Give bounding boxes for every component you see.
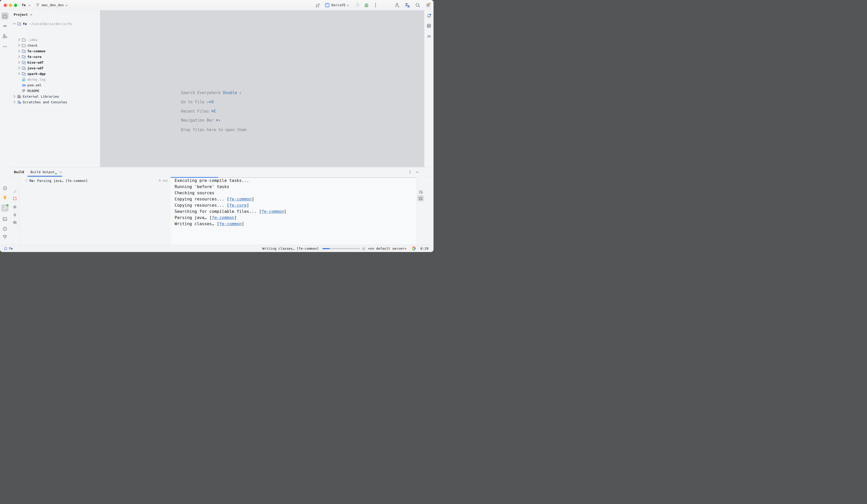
tree-row-hive-udf[interactable]: hive-udf bbox=[10, 59, 107, 65]
chevron-right-icon[interactable] bbox=[17, 60, 21, 64]
tree-row-derby-log[interactable]: LOG derby.log bbox=[10, 77, 107, 82]
search-icon[interactable] bbox=[415, 2, 420, 8]
sidebar-item-commit[interactable] bbox=[1, 22, 9, 30]
traffic-zoom-button[interactable] bbox=[14, 3, 17, 7]
project-switcher[interactable]: fe bbox=[22, 0, 26, 10]
chevron-right-icon[interactable] bbox=[17, 43, 21, 47]
tree-row-pom-xml[interactable]: m pom.xml bbox=[10, 82, 107, 88]
run-configuration-icon[interactable] bbox=[325, 2, 330, 8]
maven-icon: m bbox=[427, 34, 431, 39]
run-configuration-selector[interactable]: DorisFE bbox=[331, 0, 345, 10]
problems-icon bbox=[2, 227, 7, 231]
tree-row-idea[interactable]: .idea bbox=[10, 37, 107, 43]
hint-navigation-bar: Navigation Bar ⌘↑ bbox=[181, 118, 221, 123]
sidebar-item-build[interactable] bbox=[1, 204, 9, 211]
more-actions-icon[interactable] bbox=[373, 2, 378, 8]
project-tool-window: Project fe ~/LocalDoris/doris/fe .idea c… bbox=[10, 10, 100, 167]
branch-widget[interactable]: mac_dev_doc bbox=[42, 0, 64, 10]
sidebar-item-services[interactable] bbox=[1, 185, 9, 192]
build-task-row[interactable]: fe: Parsing java… [fe-common] 9 sec bbox=[19, 177, 171, 184]
svg-text:m: m bbox=[22, 83, 26, 87]
sidebar-item-structure[interactable] bbox=[1, 32, 9, 40]
chevron-down-icon[interactable] bbox=[12, 22, 17, 26]
rebuild-button[interactable] bbox=[12, 189, 18, 195]
debug-button[interactable] bbox=[364, 2, 369, 8]
view-options-button[interactable] bbox=[12, 219, 18, 226]
build-output-console[interactable]: Executing pre-compile tasks... Running '… bbox=[171, 177, 417, 245]
status-module-widget[interactable]: fe bbox=[9, 245, 13, 252]
module-link[interactable]: fe-core bbox=[229, 203, 247, 208]
traffic-close-button[interactable] bbox=[3, 3, 7, 7]
code-with-me-icon[interactable] bbox=[395, 2, 400, 8]
log-file-icon: LOG bbox=[22, 77, 26, 81]
settings-gear-icon[interactable] bbox=[426, 2, 431, 8]
cancel-progress-button[interactable] bbox=[362, 247, 365, 251]
module-folder-icon bbox=[22, 60, 26, 64]
sidebar-item-problems[interactable] bbox=[1, 225, 9, 232]
tree-row-java-udf[interactable]: java-udf bbox=[10, 65, 107, 71]
sidebar-item-plugin[interactable] bbox=[1, 194, 9, 201]
hint-label: Navigation Bar bbox=[181, 118, 216, 123]
hint-drop-files: Drop files here to open them bbox=[181, 127, 246, 133]
console-line: Copying resources... [fe-common] bbox=[174, 196, 287, 202]
module-link[interactable]: fe-common bbox=[261, 209, 284, 214]
tree-row-spark-dpp[interactable]: spark-dpp bbox=[10, 71, 107, 77]
chevron-right-icon[interactable] bbox=[17, 66, 21, 70]
build-panel-more-icon[interactable] bbox=[407, 169, 413, 175]
close-icon[interactable] bbox=[59, 171, 62, 174]
divider bbox=[13, 211, 17, 211]
stop-button[interactable] bbox=[12, 195, 18, 201]
sidebar-item-database[interactable] bbox=[425, 22, 432, 29]
google-translate-icon[interactable] bbox=[411, 246, 416, 251]
sidebar-item-more[interactable] bbox=[1, 43, 9, 50]
module-link[interactable]: fe-common bbox=[229, 197, 252, 201]
console-line: Copying resources... [fe-core] bbox=[174, 202, 287, 208]
status-clock[interactable]: 8:29 bbox=[420, 245, 428, 252]
chevron-right-icon[interactable] bbox=[12, 94, 17, 98]
scroll-to-end-button[interactable] bbox=[418, 195, 424, 201]
translate-icon[interactable]: A bbox=[405, 2, 410, 8]
tree-row-fe-common[interactable]: fe-common bbox=[10, 48, 107, 54]
pin-button[interactable] bbox=[12, 212, 18, 218]
chevron-spacer bbox=[17, 89, 21, 93]
titlebar: fe mac_dev_doc DorisFE A bbox=[0, 0, 434, 11]
module-link[interactable]: fe-common bbox=[219, 221, 242, 226]
status-server-widget[interactable]: <no default server> bbox=[368, 245, 406, 252]
sidebar-item-maven[interactable]: m bbox=[425, 32, 432, 40]
chevron-right-icon[interactable] bbox=[12, 100, 17, 104]
chevron-right-icon[interactable] bbox=[17, 49, 21, 53]
scratches-icon bbox=[17, 100, 21, 104]
hint-label: Drop files here to open them bbox=[181, 128, 246, 132]
attach-debugger-icon[interactable] bbox=[315, 2, 320, 8]
soft-wrap-button[interactable] bbox=[418, 189, 424, 195]
traffic-minimize-button[interactable] bbox=[9, 3, 12, 7]
build-panel-hide-icon[interactable] bbox=[414, 169, 420, 175]
tree-row-scratches[interactable]: Scratches and Consoles bbox=[10, 99, 102, 105]
pin-icon bbox=[13, 213, 17, 218]
tree-row-check[interactable]: check bbox=[10, 43, 107, 48]
console-line: Parsing java… [fe-common] bbox=[174, 215, 287, 221]
tree-row-readme[interactable]: README bbox=[10, 88, 107, 94]
project-panel-header[interactable]: Project bbox=[14, 12, 33, 18]
module-folder-icon bbox=[17, 22, 21, 26]
build-settings-button[interactable] bbox=[12, 204, 18, 210]
console-right-toolbar bbox=[417, 177, 424, 245]
build-task-tree: fe: Parsing java… [fe-common] 9 sec bbox=[19, 177, 171, 245]
terminal-icon bbox=[2, 217, 7, 221]
tree-row-fe[interactable]: fe ~/LocalDoris/doris/fe bbox=[10, 21, 102, 26]
sidebar-item-notifications[interactable] bbox=[425, 12, 432, 19]
hint-shortcut: Double ⇧ bbox=[223, 90, 242, 95]
ide-window: fe mac_dev_doc DorisFE A bbox=[0, 0, 434, 252]
tree-row-fe-core[interactable]: fe-core bbox=[10, 54, 107, 59]
project-folder-icon bbox=[2, 14, 7, 18]
sidebar-item-git[interactable] bbox=[1, 233, 9, 241]
chevron-spacer bbox=[17, 77, 21, 81]
chevron-right-icon[interactable] bbox=[17, 72, 21, 76]
sidebar-item-project[interactable] bbox=[1, 12, 9, 20]
tree-row-external-libraries[interactable]: External Libraries bbox=[10, 94, 102, 99]
module-link[interactable]: fe-common bbox=[212, 215, 234, 220]
sidebar-item-terminal[interactable] bbox=[1, 216, 9, 223]
chevron-down-icon bbox=[28, 4, 31, 7]
chevron-right-icon[interactable] bbox=[17, 55, 21, 59]
chevron-right-icon[interactable] bbox=[17, 37, 21, 42]
